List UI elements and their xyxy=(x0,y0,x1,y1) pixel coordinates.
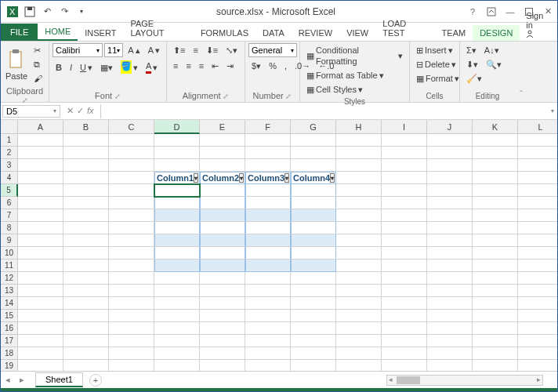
collapse-ribbon-icon[interactable]: ˆ xyxy=(515,42,527,102)
cell-J6[interactable] xyxy=(427,197,473,209)
cell-J10[interactable] xyxy=(427,247,473,260)
clipboard-launcher-icon[interactable]: ⤢ xyxy=(22,96,28,104)
cell-F8[interactable] xyxy=(245,222,291,234)
formula-expand-icon[interactable]: ▾ xyxy=(548,107,557,114)
cell-H19[interactable] xyxy=(336,360,382,371)
cell-C4[interactable] xyxy=(109,172,154,184)
cell-D6[interactable] xyxy=(154,197,200,209)
cell-E8[interactable] xyxy=(200,222,245,234)
select-all-corner[interactable] xyxy=(1,120,18,134)
help-icon[interactable]: ? xyxy=(463,4,482,20)
row-header-17[interactable]: 17 xyxy=(1,335,18,347)
comma-icon[interactable]: , xyxy=(281,59,290,73)
tab-view[interactable]: VIEW xyxy=(339,25,375,41)
cell-B2[interactable] xyxy=(63,147,109,159)
cell-B17[interactable] xyxy=(63,335,109,347)
cell-E6[interactable] xyxy=(200,197,245,209)
cell-L10[interactable] xyxy=(518,247,557,260)
cell-A6[interactable] xyxy=(18,197,63,209)
row-header-2[interactable]: 2 xyxy=(1,147,18,159)
cell-G18[interactable] xyxy=(291,347,336,360)
column-header-A[interactable]: A xyxy=(18,120,63,134)
cell-L18[interactable] xyxy=(518,347,557,360)
cells-area[interactable]: Column1▾Column2▾Column3▾Column4▾ xyxy=(18,134,557,371)
cell-A9[interactable] xyxy=(18,234,63,247)
cell-D10[interactable] xyxy=(154,247,200,260)
cell-B12[interactable] xyxy=(63,272,109,285)
cell-L9[interactable] xyxy=(518,234,557,247)
cell-C10[interactable] xyxy=(109,247,154,260)
cell-I9[interactable] xyxy=(382,234,427,247)
cell-L7[interactable] xyxy=(518,209,557,222)
sort-filter-icon[interactable]: A↓▾ xyxy=(481,43,502,57)
cell-B19[interactable] xyxy=(63,360,109,371)
column-header-I[interactable]: I xyxy=(382,120,427,134)
cell-L11[interactable] xyxy=(518,260,557,272)
cell-G17[interactable] xyxy=(291,335,336,347)
cell-I19[interactable] xyxy=(382,360,427,371)
cell-E15[interactable] xyxy=(200,310,245,322)
cell-H4[interactable] xyxy=(336,172,382,184)
minimize-icon[interactable]: — xyxy=(501,4,520,20)
paste-button[interactable]: Paste xyxy=(4,49,29,81)
cell-L13[interactable] xyxy=(518,285,557,297)
cell-H8[interactable] xyxy=(336,222,382,234)
horizontal-scrollbar[interactable]: ◂ ▸ xyxy=(386,375,543,386)
format-as-table-button[interactable]: ▦ Format as Table ▾ xyxy=(303,68,406,82)
cell-G16[interactable] xyxy=(291,322,336,335)
cell-F9[interactable] xyxy=(245,234,291,247)
cell-B1[interactable] xyxy=(63,134,109,147)
cell-E16[interactable] xyxy=(200,322,245,335)
cell-J9[interactable] xyxy=(427,234,473,247)
format-painter-icon[interactable]: 🖌 xyxy=(31,71,45,85)
cell-K14[interactable] xyxy=(473,297,518,310)
cell-K9[interactable] xyxy=(473,234,518,247)
cell-A13[interactable] xyxy=(18,285,63,297)
decrease-indent-icon[interactable]: ⇤ xyxy=(208,59,222,73)
autosum-icon[interactable]: Σ▾ xyxy=(463,43,480,57)
formula-input[interactable] xyxy=(100,104,546,118)
cell-I10[interactable] xyxy=(382,247,427,260)
cell-B3[interactable] xyxy=(63,159,109,172)
cell-L12[interactable] xyxy=(518,272,557,285)
format-cells-button[interactable]: ▦ Format ▾ xyxy=(413,71,456,85)
row-header-14[interactable]: 14 xyxy=(1,297,18,310)
cell-A14[interactable] xyxy=(18,297,63,310)
cell-D9[interactable] xyxy=(154,234,200,247)
align-left-icon[interactable]: ≡ xyxy=(170,59,181,73)
cell-A2[interactable] xyxy=(18,147,63,159)
column-header-K[interactable]: K xyxy=(473,120,518,134)
column-header-G[interactable]: G xyxy=(291,120,336,134)
cell-C11[interactable] xyxy=(109,260,154,272)
orientation-icon[interactable]: ⤡▾ xyxy=(223,43,241,57)
cell-I5[interactable] xyxy=(382,184,427,197)
cut-icon[interactable]: ✂ xyxy=(31,43,45,57)
cell-H3[interactable] xyxy=(336,159,382,172)
fill-icon[interactable]: ⬇▾ xyxy=(463,57,481,71)
align-middle-icon[interactable]: ≡ xyxy=(190,43,201,57)
cell-F11[interactable] xyxy=(245,260,291,272)
cell-F5[interactable] xyxy=(245,184,291,197)
column-header-E[interactable]: E xyxy=(200,120,245,134)
fill-color-button[interactable]: 🪣▾ xyxy=(118,59,141,75)
cell-K11[interactable] xyxy=(473,260,518,272)
filter-dropdown-icon[interactable]: ▾ xyxy=(239,173,244,183)
cell-G13[interactable] xyxy=(291,285,336,297)
font-launcher-icon[interactable]: ⤢ xyxy=(114,93,121,100)
cell-C17[interactable] xyxy=(109,335,154,347)
tab-team[interactable]: TEAM xyxy=(435,25,473,41)
cell-A19[interactable] xyxy=(18,360,63,371)
cell-D12[interactable] xyxy=(154,272,200,285)
cell-K16[interactable] xyxy=(473,322,518,335)
row-header-13[interactable]: 13 xyxy=(1,285,18,297)
cell-L6[interactable] xyxy=(518,197,557,209)
delete-cells-button[interactable]: ⊟ Delete ▾ xyxy=(413,57,456,71)
cell-D16[interactable] xyxy=(154,322,200,335)
cell-C9[interactable] xyxy=(109,234,154,247)
align-top-icon[interactable]: ⬆≡ xyxy=(170,43,188,57)
tab-formulas[interactable]: FORMULAS xyxy=(194,25,255,41)
font-name-select[interactable]: Calibri▾ xyxy=(53,43,103,57)
copy-icon[interactable]: ⧉ xyxy=(31,57,45,71)
cell-D13[interactable] xyxy=(154,285,200,297)
conditional-formatting-button[interactable]: ▦ Conditional Formatting ▾ xyxy=(303,43,406,68)
